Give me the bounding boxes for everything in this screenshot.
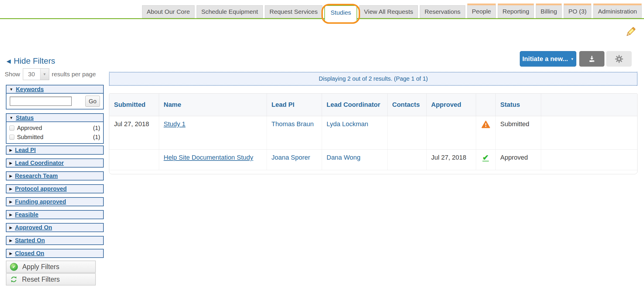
collapsed-caret-icon: ▶ (9, 239, 12, 242)
status-option-approved: Approved (1) (9, 125, 100, 131)
status-option-submitted: Submitted (1) (9, 134, 100, 141)
download-button[interactable] (579, 51, 604, 67)
lead-pi-cell: Thomas Braun (267, 116, 322, 149)
collapsed-caret-icon: ▶ (9, 226, 12, 229)
lead-pi-name: Joana Sporer (272, 154, 310, 161)
apply-filters-label: Apply Filters (22, 263, 59, 271)
tab-people[interactable]: People (467, 4, 496, 18)
settings-button[interactable] (606, 51, 632, 67)
edit-pencil-icon[interactable] (624, 25, 637, 39)
show-label: Show (5, 71, 20, 78)
keywords-input[interactable] (10, 97, 72, 106)
collapsed-caret-icon: ▶ (9, 213, 12, 217)
approved-cell: Jul 27, 2018 (426, 149, 476, 170)
left-arrow-icon: ◀ (6, 58, 11, 64)
study-name-link[interactable]: Help Site Documentation Study (164, 154, 253, 161)
approved-check-icon[interactable]: ✔ (483, 153, 489, 162)
table-body: Jul 27, 2018 Study 1 Thomas Braun Lyda L… (109, 116, 637, 170)
tab-request-services[interactable]: Request Services (265, 5, 323, 18)
filter-approved-on[interactable]: ▶ Approved On (6, 223, 104, 232)
status-cell: Submitted (495, 116, 541, 149)
flag-cell: ✔ (476, 149, 495, 170)
tab-billing[interactable]: Billing (536, 4, 562, 18)
filter-lead-pi[interactable]: ▶ Lead PI (6, 146, 104, 155)
studies-table: SubmittedNameLead PILead CoordinatorCont… (109, 94, 637, 170)
reset-filters-button[interactable]: Reset Filters (6, 273, 96, 286)
gear-icon (615, 55, 623, 63)
lead-pi-cell: Joana Sporer (267, 149, 322, 170)
collapsed-caret-icon: ▶ (9, 148, 12, 152)
status-filter-label: Status (16, 114, 34, 121)
lead-pi-name: Thomas Braun (272, 120, 314, 128)
collapsed-caret-icon: ▶ (9, 187, 12, 191)
table-row: Jul 27, 2018 Study 1 Thomas Braun Lyda L… (109, 116, 637, 149)
studies-table-panel: SubmittedNameLead PILead CoordinatorCont… (109, 93, 638, 174)
initiate-a-new-button[interactable]: Initiate a new... ▼ (520, 51, 576, 67)
collapsed-caret-icon: ▶ (9, 174, 12, 178)
column-header-blank (541, 94, 637, 116)
chevron-down-icon: ▼ (570, 57, 574, 61)
column-header-status: Status (495, 94, 541, 116)
nav-tabs: About Our Core Schedule Equipment Reques… (142, 4, 642, 18)
lead-coordinator-cell: Dana Wong (322, 149, 387, 170)
reset-arrows-icon (10, 276, 18, 283)
apply-filters-button[interactable]: ✔ Apply Filters (6, 261, 96, 273)
expanded-caret-icon: ▼ (9, 116, 13, 120)
filter-started-on[interactable]: ▶ Started On (6, 236, 104, 245)
apply-check-icon: ✔ (10, 263, 18, 271)
status-option-label: Submitted (17, 134, 43, 141)
top-navbar: About Our Core Schedule Equipment Reques… (0, 0, 644, 19)
lead-coordinator-cell: Lyda Lockman (322, 116, 387, 149)
status-checkbox[interactable] (9, 135, 14, 140)
filter-protocol-approved[interactable]: ▶ Protocol approved (6, 184, 104, 193)
filter-feasible[interactable]: ▶ Feasible (6, 210, 104, 219)
per-page-suffix: results per page (52, 71, 96, 78)
filter-lead-coordinator[interactable]: ▶ Lead Coordinator (6, 158, 104, 168)
blank-cell (541, 149, 637, 170)
column-header-contacts: Contacts (387, 94, 426, 116)
contacts-cell (387, 116, 426, 149)
name-cell: Study 1 (159, 116, 267, 149)
collapsed-caret-icon: ▶ (9, 251, 12, 255)
study-name-link[interactable]: Study 1 (164, 120, 186, 128)
collapsed-caret-icon: ▶ (9, 161, 12, 165)
initiate-a-new-label: Initiate a new... (522, 55, 568, 63)
tab-view-all-requests[interactable]: View All Requests (359, 5, 418, 18)
collapsed-filters: ▶ Lead PI ▶ Lead Coordinator ▶ Research … (6, 146, 104, 258)
warning-icon (481, 120, 490, 129)
download-icon (588, 55, 596, 63)
submitted-cell (109, 149, 159, 170)
column-header-name: Name (159, 94, 267, 116)
status-options: Approved (1) Submitted (1) (6, 121, 104, 144)
lead-coordinator-name: Dana Wong (327, 154, 361, 161)
tab-reporting[interactable]: Reporting (498, 4, 534, 18)
go-button[interactable]: Go (85, 96, 100, 107)
status-checkbox[interactable] (9, 126, 14, 131)
keywords-filter-label: Keywords (16, 86, 44, 93)
filter-research-team[interactable]: ▶ Research Team (6, 171, 104, 180)
column-header-lead-coordinator: Lead Coordinator (322, 94, 387, 116)
tab-about-our-core[interactable]: About Our Core (142, 5, 195, 18)
tab-administration[interactable]: Administration (593, 4, 642, 18)
table-header-row: SubmittedNameLead PILead CoordinatorCont… (109, 94, 637, 116)
tab-schedule-equipment[interactable]: Schedule Equipment (197, 5, 263, 18)
filter-funding-approved[interactable]: ▶ Funding approved (6, 197, 104, 206)
results-per-page-control: Show 30 ▼ results per page (5, 68, 96, 80)
studies-page: About Our Core Schedule Equipment Reques… (0, 0, 644, 299)
contacts-cell (387, 149, 426, 170)
hide-filters-link[interactable]: ◀ Hide Filters (6, 56, 55, 66)
tab-reservations[interactable]: Reservations (420, 5, 465, 18)
approved-cell (426, 116, 476, 149)
results-summary: Displaying 2 out of 2 results. (Page 1 o… (319, 75, 428, 82)
status-cell: Approved (495, 149, 541, 170)
submitted-cell: Jul 27, 2018 (109, 116, 159, 149)
blank-cell (541, 116, 637, 149)
keywords-filter-body: Go (6, 93, 104, 109)
filter-keywords-header[interactable]: ▼ Keywords (6, 85, 104, 94)
filter-status-header[interactable]: ▼ Status (6, 113, 104, 122)
filter-closed-on[interactable]: ▶ Closed On (6, 249, 104, 258)
column-header-lead-pi: Lead PI (267, 94, 322, 116)
tab-studies[interactable]: Studies (324, 5, 357, 22)
per-page-select[interactable]: 30 ▼ (23, 68, 49, 80)
tab-po-3[interactable]: PO (3) (564, 4, 591, 18)
